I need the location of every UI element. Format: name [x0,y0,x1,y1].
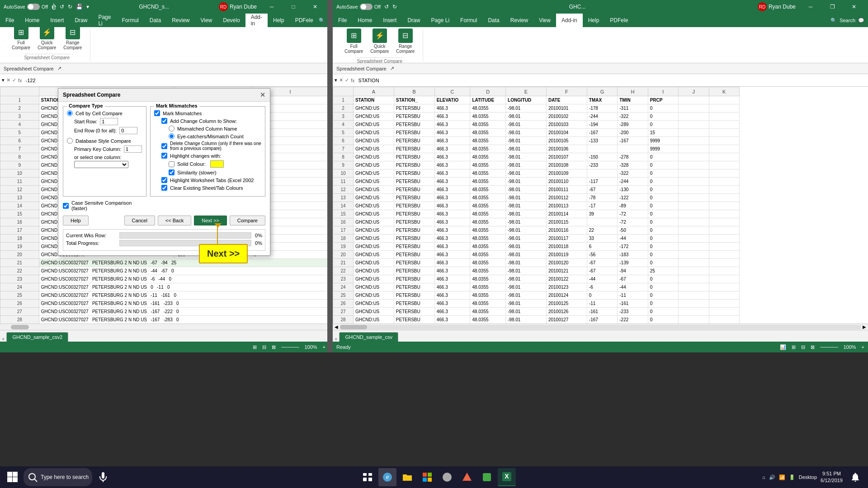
normal-view-icon-right[interactable]: ⊞ [792,344,796,350]
add-change-col-checkbox[interactable] [161,118,167,124]
app-btn-2[interactable] [458,468,476,486]
eye-catchers-radio[interactable] [169,133,175,139]
formula-confirm-right[interactable]: ✓ [345,77,349,83]
next-btn[interactable]: Next >> [194,216,227,225]
case-sensitive-checkbox[interactable] [63,203,69,209]
similarity-checkbox[interactable] [169,169,175,175]
search-btn[interactable]: Type here to search [24,468,92,486]
tab-help-left[interactable]: Help [268,14,290,27]
mark-mismatches-checkbox[interactable] [154,110,160,116]
quick-compare-btn-right[interactable]: ⚡ QuickCompare [368,27,392,56]
delete-change-col-checkbox[interactable] [161,143,167,149]
primary-key-input[interactable] [124,145,142,153]
formula-fn-left[interactable]: fx [18,78,22,83]
zoom-in-right[interactable]: + [862,344,864,350]
scrollbar-h-left[interactable] [0,324,329,330]
ie-btn[interactable]: e [378,468,396,486]
database-style-radio[interactable] [67,138,73,144]
comment-icon-right[interactable]: 💬 [858,18,864,23]
col-J-right[interactable]: J [679,87,709,96]
start-row-input[interactable] [100,118,118,125]
sheet-tab-csv2[interactable]: GHCND_sample_csv2 [6,332,68,342]
tab-develo-left[interactable]: Develo [217,14,245,27]
col-K-right[interactable]: K [709,87,740,96]
close-btn-right[interactable]: ✕ [844,0,864,14]
col-A-right[interactable]: A [353,87,394,96]
autosave-toggle-right[interactable] [360,4,373,10]
tab-pdfele-right[interactable]: PDFele [604,14,633,27]
tab-insert-right[interactable]: Insert [377,14,402,27]
tab-file-right[interactable]: File [333,14,352,27]
search-label-right[interactable]: Search [840,18,855,23]
task-view-btn[interactable] [359,468,377,486]
excel-taskbar-btn[interactable]: X [498,468,516,486]
cancel-btn[interactable]: Cancel [124,216,155,225]
close-btn-left[interactable]: ✕ [305,0,326,14]
sheet-tab-csv[interactable]: GHCND_sample_csv [339,332,398,342]
app-btn-1[interactable] [438,468,456,486]
help-btn[interactable]: Help [63,216,89,225]
range-compare-btn-right[interactable]: ⊟ RangeCompare [393,27,417,56]
tab-data-left[interactable]: Data [144,14,166,27]
zoom-in-left[interactable]: + [323,344,326,350]
tab-view-left[interactable]: View [195,14,217,27]
expand-bar-icon-right[interactable]: ↗ [390,66,394,71]
col-D-right[interactable]: D [470,87,506,96]
col-I-right[interactable]: I [648,87,678,96]
tab-addin-right[interactable]: Add-in [556,14,583,27]
dialog-close-btn[interactable]: ✕ [260,91,265,99]
autosave-toggle-left[interactable] [27,4,40,10]
store-btn[interactable] [418,468,436,486]
formula-cancel-left[interactable]: ✕ [6,77,10,83]
restore-btn-right[interactable]: ❐ [822,0,843,14]
tab-addin-left[interactable]: Add-in [245,14,268,27]
tab-view-right[interactable]: View [533,14,556,27]
page-break-icon[interactable]: ⊠ [272,344,276,350]
cortana-btn[interactable] [94,468,112,486]
range-compare-btn[interactable]: ⊟ RangeCompare [61,23,85,52]
tray-icon-2[interactable]: 🔊 [769,474,775,480]
col-F-right[interactable]: F [546,87,587,96]
formula-cancel-right[interactable]: ✕ [339,77,343,83]
col-G-right[interactable]: G [587,87,617,96]
normal-view-icon[interactable]: ⊞ [253,344,257,350]
full-compare-btn[interactable]: ⊞ FullCompare [9,23,33,52]
colour-swatch[interactable] [210,160,224,168]
expand-bar-icon[interactable]: ↗ [57,66,61,71]
undo-icon[interactable]: ↺ [60,4,64,10]
taskbar-clock[interactable]: 9:51 PM 6/12/2019 [821,470,843,484]
scroll-left-btn[interactable]: ◀ [335,324,338,329]
formula-dropdown-left[interactable]: ▾ [2,77,5,83]
mismatched-col-radio[interactable] [169,126,175,131]
zoom-bar[interactable]: ───── [281,344,299,350]
tray-icon-4[interactable]: 🔋 [789,474,795,480]
highlight-worksheet-checkbox[interactable] [161,177,167,183]
save-icon[interactable]: 💾 [76,4,83,10]
solid-colour-checkbox[interactable] [169,161,175,167]
tab-formulas-left[interactable]: Formul [116,14,144,27]
scrollbar-h-right[interactable]: ◀ ▶ [333,324,868,330]
add-sheet-btn-right[interactable]: + [335,336,337,342]
tray-icon-1[interactable]: ⌂ [762,474,765,480]
back-btn[interactable]: << Back [158,216,191,225]
tab-data-right[interactable]: Data [482,14,505,27]
full-compare-btn-right[interactable]: ⊞ FullCompare [342,27,366,56]
tab-draw-right[interactable]: Draw [402,14,425,27]
tab-review-right[interactable]: Review [505,14,533,27]
minimize-btn-right[interactable]: ─ [800,0,821,14]
maximize-btn-left[interactable]: □ [283,0,304,14]
zoom-bar-right[interactable]: ───── [820,344,838,350]
col-E-right[interactable]: E [506,87,547,96]
scroll-right-btn[interactable]: ▶ [863,324,866,329]
customize-icon[interactable]: ▾ [86,4,89,10]
clear-existing-checkbox[interactable] [161,185,167,191]
notification-btn[interactable] [846,468,864,486]
highlight-changes-checkbox[interactable] [161,153,167,159]
tab-pdfele-left[interactable]: PDFele [290,14,319,27]
col-C-right[interactable]: C [434,87,470,96]
end-row-input[interactable] [119,127,137,134]
tab-help-right[interactable]: Help [583,14,605,27]
column-select[interactable] [74,161,128,168]
tab-pagelayout-left[interactable]: Page Li [93,14,116,27]
redo-icon[interactable]: ↻ [68,4,72,10]
